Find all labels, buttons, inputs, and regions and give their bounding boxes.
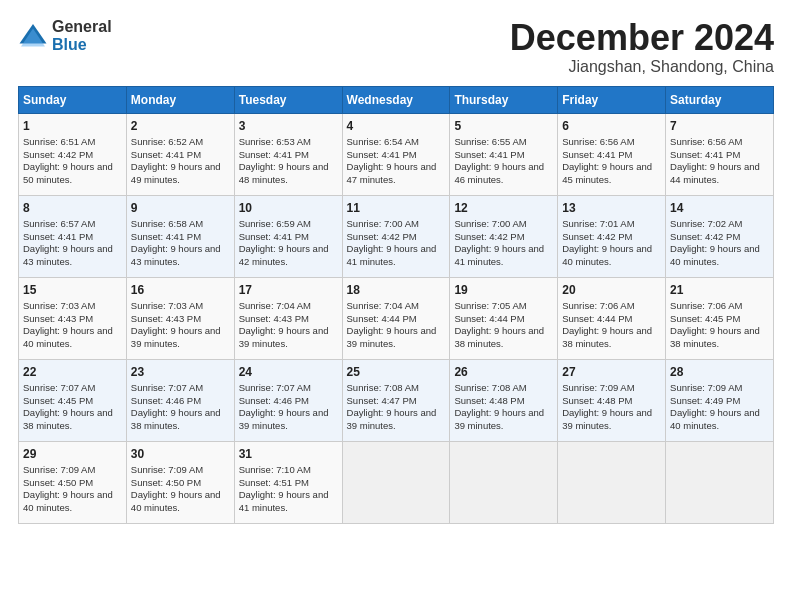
calendar-cell: 4Sunrise: 6:54 AMSunset: 4:41 PMDaylight… [342, 113, 450, 195]
sunset-text: Sunset: 4:41 PM [347, 149, 417, 160]
calendar-cell: 1Sunrise: 6:51 AMSunset: 4:42 PMDaylight… [19, 113, 127, 195]
sunrise-text: Sunrise: 6:58 AM [131, 218, 203, 229]
day-number: 25 [347, 364, 446, 380]
week-row-4: 22Sunrise: 7:07 AMSunset: 4:45 PMDayligh… [19, 359, 774, 441]
sunrise-text: Sunrise: 7:10 AM [239, 464, 311, 475]
daylight-text: Daylight: 9 hours and 41 minutes. [239, 489, 329, 513]
sunrise-text: Sunrise: 7:09 AM [131, 464, 203, 475]
daylight-text: Daylight: 9 hours and 39 minutes. [454, 407, 544, 431]
daylight-text: Daylight: 9 hours and 43 minutes. [23, 243, 113, 267]
sunset-text: Sunset: 4:45 PM [670, 313, 740, 324]
daylight-text: Daylight: 9 hours and 41 minutes. [454, 243, 544, 267]
sunset-text: Sunset: 4:41 PM [131, 231, 201, 242]
day-number: 23 [131, 364, 230, 380]
daylight-text: Daylight: 9 hours and 41 minutes. [347, 243, 437, 267]
sunrise-text: Sunrise: 7:05 AM [454, 300, 526, 311]
calendar-cell: 20Sunrise: 7:06 AMSunset: 4:44 PMDayligh… [558, 277, 666, 359]
daylight-text: Daylight: 9 hours and 40 minutes. [562, 243, 652, 267]
sunset-text: Sunset: 4:46 PM [239, 395, 309, 406]
sunset-text: Sunset: 4:41 PM [562, 149, 632, 160]
calendar-cell: 22Sunrise: 7:07 AMSunset: 4:45 PMDayligh… [19, 359, 127, 441]
daylight-text: Daylight: 9 hours and 42 minutes. [239, 243, 329, 267]
sunrise-text: Sunrise: 7:04 AM [239, 300, 311, 311]
calendar-cell: 15Sunrise: 7:03 AMSunset: 4:43 PMDayligh… [19, 277, 127, 359]
calendar-cell [450, 441, 558, 523]
daylight-text: Daylight: 9 hours and 38 minutes. [562, 325, 652, 349]
logo-blue-text: Blue [52, 36, 112, 54]
day-number: 19 [454, 282, 553, 298]
calendar-cell [342, 441, 450, 523]
sunrise-text: Sunrise: 6:57 AM [23, 218, 95, 229]
week-row-2: 8Sunrise: 6:57 AMSunset: 4:41 PMDaylight… [19, 195, 774, 277]
day-number: 21 [670, 282, 769, 298]
calendar-cell: 9Sunrise: 6:58 AMSunset: 4:41 PMDaylight… [126, 195, 234, 277]
sunset-text: Sunset: 4:43 PM [23, 313, 93, 324]
sunset-text: Sunset: 4:42 PM [347, 231, 417, 242]
day-number: 9 [131, 200, 230, 216]
calendar-cell: 31Sunrise: 7:10 AMSunset: 4:51 PMDayligh… [234, 441, 342, 523]
sunset-text: Sunset: 4:41 PM [239, 231, 309, 242]
day-number: 15 [23, 282, 122, 298]
calendar-cell: 24Sunrise: 7:07 AMSunset: 4:46 PMDayligh… [234, 359, 342, 441]
daylight-text: Daylight: 9 hours and 39 minutes. [239, 407, 329, 431]
day-number: 30 [131, 446, 230, 462]
week-row-5: 29Sunrise: 7:09 AMSunset: 4:50 PMDayligh… [19, 441, 774, 523]
sunrise-text: Sunrise: 7:08 AM [454, 382, 526, 393]
calendar-cell: 3Sunrise: 6:53 AMSunset: 4:41 PMDaylight… [234, 113, 342, 195]
day-number: 24 [239, 364, 338, 380]
sunset-text: Sunset: 4:41 PM [131, 149, 201, 160]
location-subtitle: Jiangshan, Shandong, China [510, 58, 774, 76]
daylight-text: Daylight: 9 hours and 50 minutes. [23, 161, 113, 185]
sunset-text: Sunset: 4:42 PM [454, 231, 524, 242]
day-number: 11 [347, 200, 446, 216]
calendar-cell [666, 441, 774, 523]
calendar-cell: 18Sunrise: 7:04 AMSunset: 4:44 PMDayligh… [342, 277, 450, 359]
day-number: 8 [23, 200, 122, 216]
day-number: 2 [131, 118, 230, 134]
calendar-cell: 16Sunrise: 7:03 AMSunset: 4:43 PMDayligh… [126, 277, 234, 359]
sunrise-text: Sunrise: 6:59 AM [239, 218, 311, 229]
sunset-text: Sunset: 4:43 PM [131, 313, 201, 324]
day-number: 18 [347, 282, 446, 298]
daylight-text: Daylight: 9 hours and 39 minutes. [347, 325, 437, 349]
col-header-monday: Monday [126, 86, 234, 113]
calendar-cell: 10Sunrise: 6:59 AMSunset: 4:41 PMDayligh… [234, 195, 342, 277]
day-number: 4 [347, 118, 446, 134]
sunset-text: Sunset: 4:42 PM [562, 231, 632, 242]
sunset-text: Sunset: 4:50 PM [131, 477, 201, 488]
calendar-cell: 2Sunrise: 6:52 AMSunset: 4:41 PMDaylight… [126, 113, 234, 195]
sunrise-text: Sunrise: 7:07 AM [131, 382, 203, 393]
sunrise-text: Sunrise: 7:09 AM [670, 382, 742, 393]
sunrise-text: Sunrise: 7:02 AM [670, 218, 742, 229]
sunrise-text: Sunrise: 6:52 AM [131, 136, 203, 147]
sunrise-text: Sunrise: 7:07 AM [239, 382, 311, 393]
day-number: 12 [454, 200, 553, 216]
logo-icon [18, 21, 48, 51]
sunset-text: Sunset: 4:46 PM [131, 395, 201, 406]
day-number: 3 [239, 118, 338, 134]
day-number: 17 [239, 282, 338, 298]
col-header-wednesday: Wednesday [342, 86, 450, 113]
daylight-text: Daylight: 9 hours and 45 minutes. [562, 161, 652, 185]
day-number: 28 [670, 364, 769, 380]
day-number: 10 [239, 200, 338, 216]
day-number: 13 [562, 200, 661, 216]
sunset-text: Sunset: 4:44 PM [454, 313, 524, 324]
calendar-cell: 29Sunrise: 7:09 AMSunset: 4:50 PMDayligh… [19, 441, 127, 523]
calendar-cell: 26Sunrise: 7:08 AMSunset: 4:48 PMDayligh… [450, 359, 558, 441]
daylight-text: Daylight: 9 hours and 40 minutes. [670, 243, 760, 267]
daylight-text: Daylight: 9 hours and 49 minutes. [131, 161, 221, 185]
day-number: 6 [562, 118, 661, 134]
daylight-text: Daylight: 9 hours and 46 minutes. [454, 161, 544, 185]
daylight-text: Daylight: 9 hours and 44 minutes. [670, 161, 760, 185]
calendar-cell: 14Sunrise: 7:02 AMSunset: 4:42 PMDayligh… [666, 195, 774, 277]
sunset-text: Sunset: 4:43 PM [239, 313, 309, 324]
calendar-cell: 17Sunrise: 7:04 AMSunset: 4:43 PMDayligh… [234, 277, 342, 359]
day-number: 7 [670, 118, 769, 134]
calendar-cell: 25Sunrise: 7:08 AMSunset: 4:47 PMDayligh… [342, 359, 450, 441]
daylight-text: Daylight: 9 hours and 39 minutes. [131, 325, 221, 349]
sunset-text: Sunset: 4:47 PM [347, 395, 417, 406]
day-number: 14 [670, 200, 769, 216]
daylight-text: Daylight: 9 hours and 40 minutes. [670, 407, 760, 431]
daylight-text: Daylight: 9 hours and 40 minutes. [23, 325, 113, 349]
